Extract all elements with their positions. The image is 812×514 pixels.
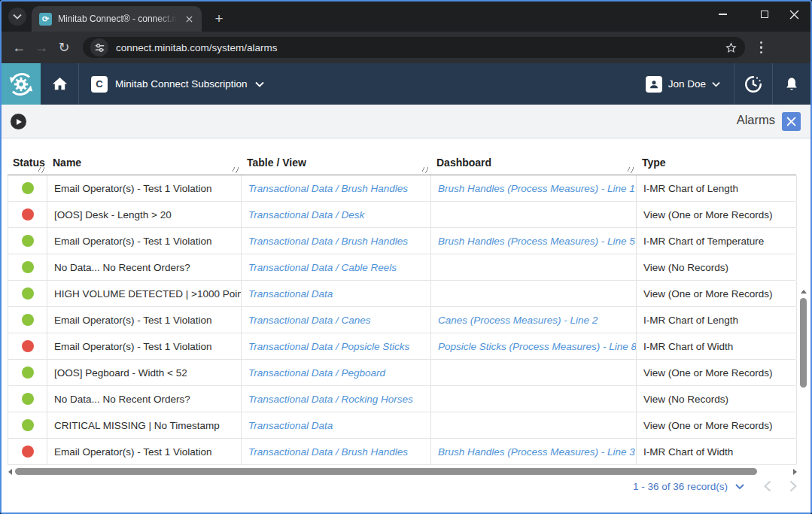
- table-view-link[interactable]: Transactional Data / Brush Handles: [242, 228, 431, 254]
- chevron-down-icon[interactable]: [735, 483, 744, 490]
- window-minimize-button[interactable]: [706, 2, 739, 27]
- table-view-link[interactable]: Transactional Data / Canes: [242, 307, 431, 333]
- panel-toggle-button[interactable]: [11, 114, 26, 129]
- table-row[interactable]: CRITICAL MISSING | No Timestamp Transact…: [8, 412, 796, 439]
- table-view-link[interactable]: Transactional Data / Rocking Horses: [242, 386, 431, 412]
- forward-icon[interactable]: →: [30, 36, 53, 59]
- next-page-button[interactable]: [789, 480, 797, 492]
- column-header-type[interactable]: Type: [636, 151, 796, 175]
- vertical-scrollbar-thumb[interactable]: [800, 298, 807, 388]
- address-bar[interactable]: connect.minitab.com/system/alarms: [83, 37, 745, 58]
- panel-close-button[interactable]: [782, 112, 801, 131]
- table-view-link[interactable]: Transactional Data: [242, 281, 431, 306]
- app-navbar: C Minitab Connect Subscription Jon Doe: [2, 63, 810, 105]
- prev-page-button[interactable]: [764, 480, 771, 492]
- notifications-button[interactable]: [773, 63, 810, 105]
- status-cell: [8, 360, 47, 385]
- column-resize-handle[interactable]: [628, 167, 634, 173]
- browser-menu-icon[interactable]: [756, 38, 767, 56]
- dashboard-link[interactable]: Brush Handles (Process Measures) - Line …: [431, 439, 637, 464]
- bookmark-star-icon[interactable]: [725, 41, 737, 54]
- scroll-right-arrow[interactable]: [793, 469, 797, 475]
- user-avatar-icon: [646, 76, 662, 93]
- history-button[interactable]: [734, 63, 772, 105]
- table-row[interactable]: Email Operator(s) - Test 1 Violation Tra…: [8, 175, 796, 202]
- home-button[interactable]: [41, 63, 78, 105]
- table-row[interactable]: [OOS] Desk - Length > 20 Transactional D…: [8, 202, 796, 228]
- column-resize-handle[interactable]: [422, 167, 428, 173]
- column-resize-handle[interactable]: [233, 167, 239, 173]
- table-view-link[interactable]: Transactional Data / Desk: [242, 202, 431, 227]
- horizontal-scrollbar[interactable]: [8, 467, 798, 476]
- dashboard-link[interactable]: [431, 254, 637, 280]
- column-resize-handle[interactable]: [38, 167, 44, 173]
- column-header-table-view[interactable]: Table / View: [241, 151, 430, 175]
- table-view-link[interactable]: Transactional Data / Brush Handles: [242, 175, 431, 201]
- tab-search-button[interactable]: [8, 8, 26, 26]
- status-dot: [22, 314, 34, 326]
- vertical-scrollbar[interactable]: [799, 288, 807, 514]
- dashboard-link[interactable]: Canes (Process Measures) - Line 2: [431, 307, 637, 333]
- app-logo[interactable]: [2, 63, 41, 105]
- table-view-link[interactable]: Transactional Data / Popsicle Sticks: [242, 333, 431, 359]
- column-header-name[interactable]: Name: [47, 151, 241, 175]
- table-row[interactable]: Email Operator(s) - Test 1 Violation Tra…: [8, 228, 796, 254]
- tab-strip: ⟳ Minitab Connect® - connect.minitab.com…: [2, 2, 810, 32]
- status-dot: [22, 366, 34, 379]
- alarm-name: Email Operator(s) - Test 1 Violation: [47, 307, 242, 333]
- table-row[interactable]: HIGH VOLUME DETECTED | >1000 Points Tran…: [8, 281, 796, 307]
- table-row[interactable]: Email Operator(s) - Test 1 Violation Tra…: [8, 307, 796, 333]
- url-text[interactable]: connect.minitab.com/system/alarms: [116, 42, 725, 53]
- table-row[interactable]: [OOS] Pegboard - Width < 52 Transactiona…: [8, 360, 796, 386]
- status-dot: [22, 208, 34, 221]
- status-dot: [22, 393, 34, 405]
- horizontal-scrollbar-thumb[interactable]: [15, 468, 757, 475]
- user-menu[interactable]: Jon Doe: [632, 63, 734, 105]
- table-row[interactable]: No Data... No Recent Orders? Transaction…: [8, 386, 796, 412]
- table-view-link[interactable]: Transactional Data / Pegboard: [242, 360, 431, 385]
- dashboard-link[interactable]: [431, 281, 637, 306]
- reload-icon[interactable]: ↻: [53, 36, 75, 59]
- dashboard-link[interactable]: Brush Handles (Process Measures) - Line …: [431, 228, 637, 254]
- alarm-type: I-MR Chart of Width: [637, 333, 797, 359]
- minitab-connect-favicon: ⟳: [39, 13, 52, 26]
- subscription-selector[interactable]: C Minitab Connect Subscription: [79, 63, 276, 105]
- alarm-type: I-MR Chart of Length: [637, 307, 797, 333]
- window-close-button[interactable]: [777, 2, 810, 27]
- table-row[interactable]: No Data... No Recent Orders? Transaction…: [8, 254, 796, 281]
- status-dot: [22, 446, 34, 458]
- table-row[interactable]: Email Operator(s) - Test 1 Violation Tra…: [8, 439, 796, 465]
- dashboard-link[interactable]: [431, 386, 637, 412]
- back-icon[interactable]: ←: [8, 36, 30, 59]
- user-name: Jon Doe: [668, 78, 706, 90]
- table-view-link[interactable]: Transactional Data / Brush Handles: [242, 439, 431, 464]
- subscription-badge: C: [91, 76, 108, 93]
- column-header-status[interactable]: Status: [8, 151, 47, 175]
- new-tab-button[interactable]: +: [209, 9, 229, 29]
- dashboard-link[interactable]: [431, 360, 637, 385]
- dashboard-link[interactable]: Popsicle Sticks (Process Measures) - Lin…: [431, 333, 637, 359]
- pagination: 1 - 36 of 36 record(s): [633, 480, 797, 492]
- browser-tab[interactable]: ⟳ Minitab Connect® - connect.minitab.com: [32, 6, 202, 32]
- column-header-dashboard[interactable]: Dashboard: [430, 151, 636, 175]
- alarm-name: Email Operator(s) - Test 1 Violation: [47, 175, 242, 201]
- status-cell: [8, 412, 47, 438]
- window-maximize-button[interactable]: [748, 2, 781, 27]
- play-icon: [17, 119, 22, 125]
- alarm-type: I-MR Chart of Width: [637, 439, 797, 464]
- table-view-link[interactable]: Transactional Data: [242, 412, 431, 438]
- alarms-table: Status Name Table / View Dashboard Type …: [8, 151, 796, 465]
- dashboard-link[interactable]: [431, 412, 637, 438]
- scroll-up-arrow[interactable]: [801, 290, 807, 293]
- site-info-icon[interactable]: [90, 38, 108, 56]
- records-count-dropdown[interactable]: 1 - 36 of 36 record(s): [633, 481, 728, 492]
- table-view-link[interactable]: Transactional Data / Cable Reels: [242, 254, 431, 280]
- dashboard-link[interactable]: [431, 202, 637, 227]
- alarm-name: Email Operator(s) - Test 1 Violation: [47, 439, 242, 464]
- subscription-label: Minitab Connect Subscription: [115, 78, 248, 90]
- dashboard-link[interactable]: Brush Handles (Process Measures) - Line …: [431, 175, 637, 201]
- table-row[interactable]: Email Operator(s) - Test 1 Violation Tra…: [8, 333, 796, 360]
- tab-close-icon[interactable]: [183, 13, 196, 26]
- close-icon: [786, 117, 796, 126]
- scroll-left-arrow[interactable]: [8, 469, 12, 475]
